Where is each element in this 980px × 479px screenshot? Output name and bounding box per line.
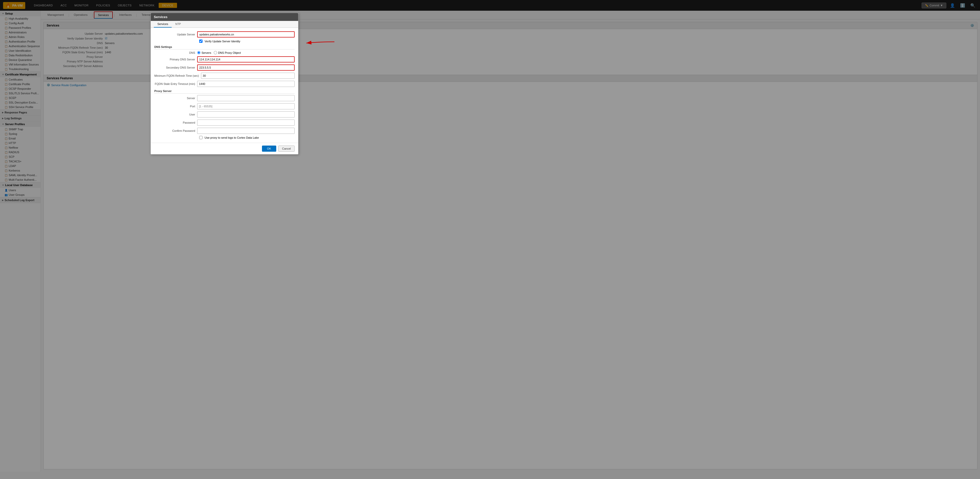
proxy-password-input[interactable]: [197, 119, 294, 126]
secondary-dns-input[interactable]: [197, 65, 294, 71]
dialog-services: Services Services NTP Update Server Veri…: [151, 13, 298, 154]
update-server-form-label: Update Server: [154, 33, 195, 36]
verify-checkbox-label: Verify Update Server Identity: [205, 40, 240, 43]
proxy-confirm-input[interactable]: [197, 128, 294, 134]
dialog-services-tabs: Services NTP: [151, 21, 298, 28]
primary-dns-input[interactable]: [197, 56, 294, 62]
proxy-confirm-label: Confirm Password: [154, 129, 195, 132]
dialog-services-cancel-button[interactable]: Cancel: [278, 146, 294, 152]
dns-row: DNS Servers DNS Proxy Object: [154, 51, 294, 54]
proxy-password-row: Password: [154, 119, 294, 126]
secondary-dns-label: Secondary DNS Server: [154, 66, 195, 69]
verify-checkbox[interactable]: [199, 40, 202, 43]
dns-proxy-option[interactable]: DNS Proxy Object: [214, 51, 241, 54]
modal-overlay: [0, 0, 980, 479]
dialog-services-footer: OK Cancel: [151, 143, 298, 154]
dns-radio-group: Servers DNS Proxy Object: [197, 51, 241, 54]
proxy-port-label: Port: [154, 105, 195, 108]
dns-servers-label: Servers: [202, 51, 211, 54]
dns-form-label: DNS: [154, 51, 195, 54]
dialog-services-header: Services: [151, 13, 298, 21]
fqdn-stale-input[interactable]: [197, 81, 294, 87]
primary-dns-label: Primary DNS Server: [154, 58, 195, 61]
min-fqdn-form-label: Minimum FQDN Refresh Time (sec): [154, 74, 199, 77]
proxy-server-label: Server: [154, 97, 195, 100]
dns-servers-radio[interactable]: [197, 51, 200, 54]
proxy-server-input[interactable]: [197, 95, 294, 101]
dns-proxy-label: DNS Proxy Object: [218, 51, 241, 54]
proxy-user-row: User: [154, 111, 294, 117]
use-proxy-label: Use proxy to send logs to Cortex Data La…: [205, 136, 259, 139]
secondary-dns-row: Secondary DNS Server: [154, 65, 294, 71]
dns-section-title: DNS Settings: [154, 45, 294, 49]
dialog-services-body: Update Server Verify Update Server Ident…: [151, 28, 298, 143]
proxy-port-row: Port: [154, 103, 294, 109]
use-proxy-checkbox[interactable]: [199, 136, 202, 139]
min-fqdn-input[interactable]: [201, 73, 294, 79]
min-fqdn-row: Minimum FQDN Refresh Time (sec): [154, 73, 294, 79]
dialog-tab-ntp[interactable]: NTP: [172, 21, 185, 27]
update-server-input[interactable]: [197, 31, 294, 38]
proxy-port-input[interactable]: [197, 103, 294, 109]
fqdn-stale-row: FQDN Stale Entry Timeout (min): [154, 81, 294, 87]
dialog-services-ok-button[interactable]: OK: [262, 146, 276, 152]
proxy-server-row: Server: [154, 95, 294, 101]
dialog-services-title: Services: [154, 15, 168, 19]
fqdn-stale-form-label: FQDN Stale Entry Timeout (min): [154, 82, 195, 86]
use-proxy-row: Use proxy to send logs to Cortex Data La…: [154, 136, 294, 139]
proxy-section-title: Proxy Server: [154, 89, 294, 94]
verify-checkbox-row: Verify Update Server Identity: [154, 40, 294, 43]
dialog-tab-services[interactable]: Services: [154, 21, 172, 27]
proxy-user-label: User: [154, 113, 195, 116]
primary-dns-row: Primary DNS Server: [154, 56, 294, 62]
proxy-user-input[interactable]: [197, 111, 294, 117]
proxy-confirm-row: Confirm Password: [154, 128, 294, 134]
update-server-row: Update Server: [154, 31, 294, 38]
dns-servers-option[interactable]: Servers: [197, 51, 211, 54]
proxy-password-label: Password: [154, 121, 195, 124]
dns-proxy-radio[interactable]: [214, 51, 217, 54]
